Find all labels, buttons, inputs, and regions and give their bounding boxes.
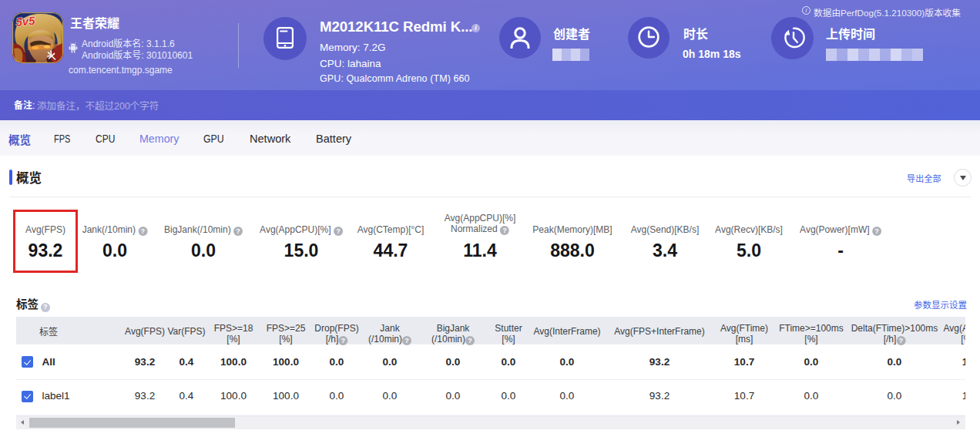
svg-text:5v5: 5v5: [15, 14, 36, 29]
